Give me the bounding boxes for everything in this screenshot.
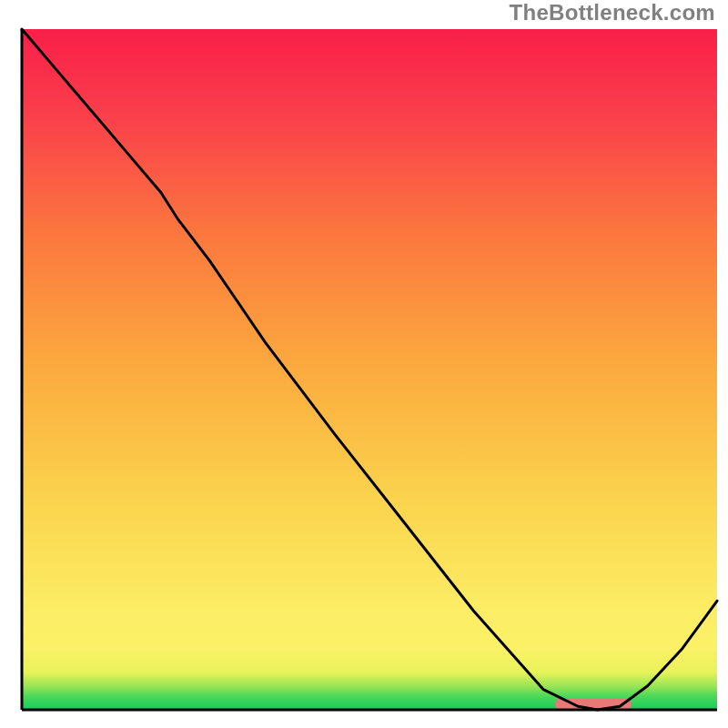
chart-container: TheBottleneck.com	[0, 0, 728, 728]
bottleneck-chart	[0, 0, 728, 728]
plot-background	[22, 29, 717, 710]
